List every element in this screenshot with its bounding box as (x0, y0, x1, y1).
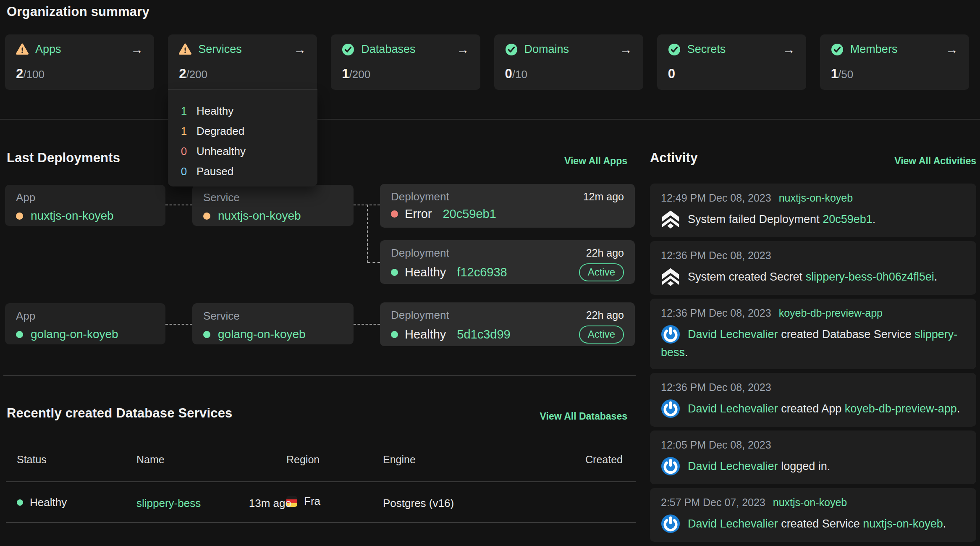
summary-card-limit: /50 (838, 68, 853, 81)
summary-card-apps[interactable]: Apps → 2/100 (5, 34, 154, 90)
page-title: Organization summary (7, 4, 149, 19)
service-card-label: Service (203, 310, 343, 323)
popover-item-unhealthy: 0 Unhealthy (168, 141, 317, 161)
service-card-label: Service (203, 191, 343, 204)
deployment-hash-link[interactable]: 20c59eb1 (443, 207, 496, 221)
summary-card-value: 0 (505, 66, 512, 81)
deployment-hash-link[interactable]: f12c6938 (457, 265, 507, 279)
koyeb-logo-icon (661, 267, 680, 286)
service-card-nuxtjs[interactable]: Service nuxtjs-on-koyeb (192, 185, 354, 226)
activity-item: 12:49 PM Dec 08, 2023 nuxtjs-on-koyeb Sy… (650, 184, 976, 237)
activity-item: 2:57 PM Dec 07, 2023 nuxtjs-on-koyeb Dav… (650, 488, 976, 542)
koyeb-logo-icon (661, 210, 680, 229)
healthy-status-dot (17, 499, 23, 506)
organization-summary-row: Apps → 2/100 Services → 2/200 Databases … (5, 34, 969, 90)
user-link[interactable]: David Lechevalier (688, 402, 778, 415)
service-card-golang[interactable]: Service golang-on-koyeb (192, 303, 354, 344)
user-link[interactable]: David Lechevalier (688, 460, 778, 472)
arrow-right-icon: → (457, 43, 469, 56)
column-header-engine: Engine (383, 454, 416, 466)
check-circle-icon (342, 43, 354, 56)
app-card-label: App (16, 310, 155, 323)
user-avatar (661, 399, 680, 418)
service-name-link[interactable]: nuxtjs-on-koyeb (218, 209, 301, 223)
activity-item: 12:05 PM Dec 08, 2023 David Lechevalier … (650, 430, 976, 484)
healthy-label: Healthy (197, 105, 233, 118)
arrow-right-icon: → (131, 43, 143, 56)
activity-item: 12:36 PM Dec 08, 2023 David Lechevalier … (650, 373, 976, 427)
activity-app-link[interactable]: nuxtjs-on-koyeb (773, 496, 847, 509)
summary-card-label: Secrets (687, 43, 726, 56)
activity-text: System created Secret (688, 270, 806, 283)
database-name-link[interactable]: slippery-bess (136, 497, 201, 510)
user-link[interactable]: David Lechevalier (688, 517, 778, 530)
activity-text: . (943, 517, 946, 530)
activity-title: Activity (650, 150, 698, 165)
database-status-text: Healthy (30, 496, 67, 509)
popover-item-healthy: 1 Healthy (168, 101, 317, 121)
summary-card-secrets[interactable]: Secrets → 0 (657, 34, 806, 90)
check-circle-icon (505, 43, 518, 56)
deployment-hash-link[interactable]: 20c59eb1 (823, 213, 873, 226)
deployment-time: 22h ago (586, 247, 624, 259)
app-link[interactable]: koyeb-db-preview-app (845, 402, 957, 415)
deployment-status: Error (405, 207, 432, 221)
secret-link[interactable]: slippery-bess-0h06z4fl5ei (806, 270, 934, 283)
deployment-card-label: Deployment (391, 247, 449, 260)
activity-app-link[interactable]: koyeb-db-preview-app (779, 307, 883, 319)
user-link[interactable]: David Lechevalier (688, 328, 778, 341)
degraded-label: Degraded (197, 125, 244, 138)
summary-card-limit: /200 (349, 68, 371, 81)
app-name-link[interactable]: golang-on-koyeb (31, 328, 118, 341)
activity-timestamp: 2:57 PM Dec 07, 2023 (661, 496, 765, 509)
activity-app-link[interactable]: nuxtjs-on-koyeb (779, 192, 853, 204)
flow-connector (165, 205, 192, 205)
view-all-apps-link[interactable]: View All Apps (564, 155, 627, 167)
app-name-link[interactable]: nuxtjs-on-koyeb (31, 209, 114, 223)
summary-card-label: Apps (35, 43, 61, 56)
deployment-hash-link[interactable]: 5d1c3d99 (457, 328, 510, 341)
summary-card-label: Services (198, 43, 242, 56)
activity-item: 12:36 PM Dec 08, 2023 System created Sec… (650, 241, 976, 295)
warning-icon (16, 43, 29, 56)
summary-card-domains[interactable]: Domains → 0/10 (494, 34, 643, 90)
summary-card-services[interactable]: Services → 2/200 (168, 34, 317, 90)
degraded-status-dot (203, 213, 210, 220)
database-engine-cell: Postgres (v16) (383, 497, 454, 510)
app-card-nuxtjs[interactable]: App nuxtjs-on-koyeb (5, 185, 165, 226)
activity-text: logged in. (778, 460, 831, 472)
healthy-status-dot (391, 331, 398, 338)
activity-text: System failed Deployment (688, 213, 823, 226)
column-header-status: Status (17, 454, 47, 466)
check-circle-icon (831, 43, 844, 56)
summary-card-value: 1 (342, 66, 349, 81)
deployment-card-error[interactable]: Deployment 12m ago Error 20c59eb1 (380, 184, 635, 228)
arrow-right-icon: → (293, 43, 306, 56)
summary-card-members[interactable]: Members → 1/50 (820, 34, 969, 90)
active-badge: Active (579, 263, 624, 281)
view-all-databases-link[interactable]: View All Databases (540, 411, 627, 422)
active-badge: Active (579, 326, 624, 344)
user-avatar (661, 325, 680, 344)
activity-text: created Database Service (778, 328, 915, 341)
activity-timestamp: 12:36 PM Dec 08, 2023 (661, 307, 771, 319)
service-name-link[interactable]: golang-on-koyeb (218, 328, 306, 341)
deployment-card-label: Deployment (391, 309, 449, 322)
deployment-card-healthy-f12[interactable]: Deployment 22h ago Healthy f12c6938 Acti… (380, 240, 635, 284)
activity-timestamp: 12:36 PM Dec 08, 2023 (661, 249, 771, 262)
column-header-created: Created (585, 454, 623, 466)
summary-card-databases[interactable]: Databases → 1/200 (331, 34, 480, 90)
table-row[interactable]: Healthy slippery-bess Fra Postgres (v16)… (0, 484, 636, 522)
flow-connector (165, 324, 192, 325)
arrow-right-icon: → (946, 43, 958, 56)
database-status-cell: Healthy (17, 496, 67, 509)
deployment-card-healthy-5d1[interactable]: Deployment 22h ago Healthy 5d1c3d99 Acti… (380, 302, 635, 346)
unhealthy-label: Unhealthy (197, 145, 246, 158)
summary-card-label: Members (850, 43, 898, 56)
app-card-golang[interactable]: App golang-on-koyeb (5, 303, 165, 344)
degraded-status-dot (16, 213, 23, 220)
view-all-activities-link[interactable]: View All Activities (894, 155, 976, 167)
activity-text: created App (778, 402, 845, 415)
service-link[interactable]: nuxtjs-on-koyeb (863, 517, 943, 530)
check-circle-icon (668, 43, 681, 56)
